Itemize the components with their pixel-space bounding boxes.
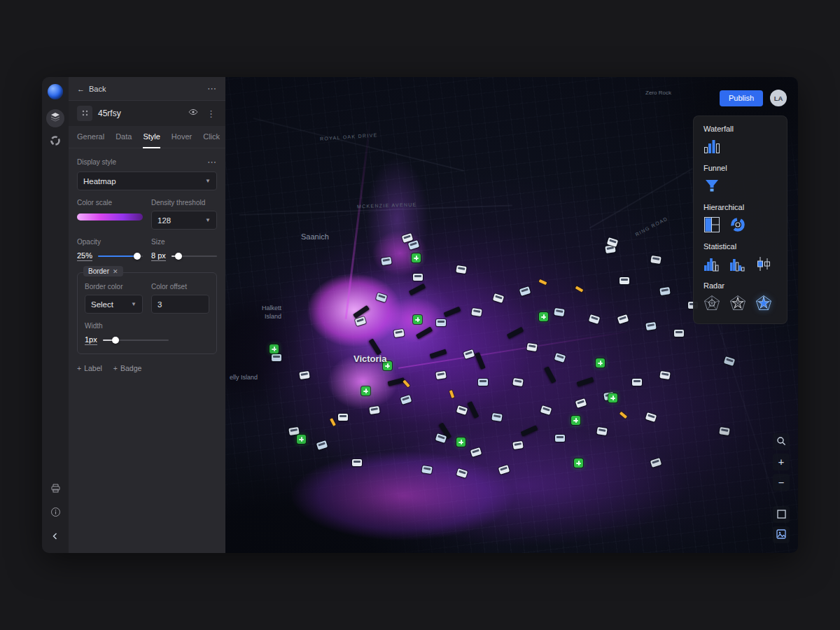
truck-marker[interactable] (512, 378, 523, 386)
panel-menu-button[interactable]: ⋯ (207, 83, 217, 94)
truck-marker[interactable] (617, 314, 629, 324)
truck-marker[interactable] (413, 274, 423, 281)
green-plus-marker[interactable] (571, 416, 580, 425)
info-button[interactable] (46, 504, 64, 522)
truck-marker[interactable] (299, 371, 309, 379)
green-plus-marker[interactable] (412, 253, 421, 262)
yellow-flag-marker[interactable] (620, 412, 627, 419)
truck-marker[interactable] (272, 354, 281, 361)
truck-marker[interactable] (645, 322, 656, 330)
truck-marker[interactable] (645, 412, 657, 422)
map-canvas[interactable]: Zero RockROYAL OAK DRIVEMCKENZIE AVENUES… (225, 77, 798, 553)
truck-marker[interactable] (463, 349, 475, 359)
truck-marker[interactable] (376, 293, 387, 302)
truck-marker[interactable] (620, 277, 629, 284)
back-button[interactable]: ← Back (77, 85, 106, 93)
yellow-flag-marker[interactable] (449, 390, 454, 398)
truck-marker[interactable] (493, 293, 504, 303)
sunburst-chart-icon[interactable] (729, 216, 746, 233)
layers-panel-button[interactable] (46, 109, 64, 127)
draw-rectangle-button[interactable] (773, 506, 790, 523)
size-slider[interactable] (172, 255, 217, 257)
distribution-chart-icon[interactable] (729, 255, 746, 272)
size-value[interactable]: 8 px (151, 251, 166, 261)
green-plus-marker[interactable] (456, 438, 465, 447)
tab-style[interactable]: Style (143, 126, 160, 148)
boxplot-chart-icon[interactable] (755, 255, 772, 272)
truck-marker[interactable] (352, 459, 362, 466)
truck-marker[interactable] (512, 441, 523, 449)
add-label-button[interactable]: + Label (77, 364, 102, 372)
green-plus-marker[interactable] (361, 386, 370, 396)
layer-visibility-button[interactable] (187, 106, 200, 121)
truck-marker[interactable] (436, 319, 446, 326)
truck-marker[interactable] (526, 343, 537, 351)
truck-marker[interactable] (575, 398, 587, 408)
user-avatar[interactable]: LA (770, 90, 787, 106)
density-threshold-select[interactable]: 128 ▼ (151, 211, 217, 230)
opacity-value[interactable]: 25% (77, 251, 92, 261)
truck-marker[interactable] (456, 468, 468, 478)
green-plus-marker[interactable] (413, 315, 422, 324)
truck-marker[interactable] (596, 427, 607, 435)
truck-marker[interactable] (471, 308, 482, 316)
tab-click[interactable]: Click (203, 126, 220, 148)
truck-marker[interactable] (555, 435, 565, 442)
truck-marker[interactable] (338, 414, 348, 421)
border-width-value[interactable]: 1px (85, 335, 97, 345)
size-slider-thumb[interactable] (175, 253, 182, 260)
truck-marker[interactable] (650, 458, 662, 468)
zoom-out-button[interactable]: − (773, 474, 790, 491)
tab-general[interactable]: General (77, 126, 104, 148)
truck-marker[interactable] (369, 406, 379, 414)
zoom-in-button[interactable]: + (773, 454, 790, 470)
truck-marker[interactable] (632, 379, 642, 386)
waterfall-chart-icon[interactable] (704, 138, 720, 155)
truck-marker[interactable] (478, 379, 488, 386)
truck-marker[interactable] (498, 465, 510, 475)
app-logo-globe-icon[interactable] (48, 84, 63, 99)
truck-marker[interactable] (589, 314, 600, 324)
green-plus-marker[interactable] (297, 435, 306, 444)
border-width-slider-thumb[interactable] (112, 337, 119, 344)
radar-filled-chart-icon[interactable] (755, 295, 772, 312)
truck-marker[interactable] (540, 405, 552, 415)
histogram-chart-icon[interactable] (704, 255, 720, 272)
truck-marker[interactable] (719, 427, 729, 435)
display-style-menu-button[interactable]: ⋯ (207, 157, 217, 167)
layer-menu-button[interactable]: ⋮ (205, 108, 217, 119)
color-scale-gradient[interactable] (77, 214, 143, 220)
print-button[interactable] (46, 480, 64, 498)
truck-marker[interactable] (408, 240, 419, 250)
border-width-slider[interactable] (103, 340, 169, 341)
funnel-chart-icon[interactable] (704, 177, 720, 194)
truck-marker[interactable] (470, 447, 482, 457)
truck-marker[interactable] (554, 353, 566, 363)
yellow-flag-marker[interactable] (575, 286, 584, 293)
green-plus-marker[interactable] (574, 458, 583, 468)
truck-marker[interactable] (435, 371, 446, 379)
border-color-select[interactable]: Select ▼ (85, 295, 143, 314)
truck-marker[interactable] (491, 413, 502, 421)
truck-marker[interactable] (316, 440, 328, 450)
layer-drag-handle[interactable] (77, 106, 92, 121)
truck-marker[interactable] (421, 465, 432, 474)
border-chip[interactable]: Border ✕ (83, 266, 123, 276)
radar-web-chart-icon[interactable] (704, 295, 720, 312)
truck-marker[interactable] (554, 308, 564, 316)
yellow-flag-marker[interactable] (402, 380, 410, 388)
yellow-flag-marker[interactable] (539, 279, 547, 285)
display-style-select[interactable]: Heatmap ▼ (77, 172, 217, 190)
truck-marker[interactable] (381, 257, 391, 265)
tab-hover[interactable]: Hover (172, 126, 192, 148)
publish-button[interactable]: Publish (720, 90, 763, 106)
truck-marker[interactable] (456, 405, 468, 415)
truck-marker[interactable] (393, 329, 404, 337)
yellow-flag-marker[interactable] (330, 418, 336, 426)
truck-marker[interactable] (659, 287, 670, 295)
tab-data[interactable]: Data (115, 126, 132, 148)
remove-border-icon[interactable]: ✕ (113, 268, 118, 275)
radar-star-chart-icon[interactable] (729, 295, 746, 312)
green-plus-marker[interactable] (539, 312, 548, 321)
green-plus-marker[interactable] (596, 358, 605, 368)
